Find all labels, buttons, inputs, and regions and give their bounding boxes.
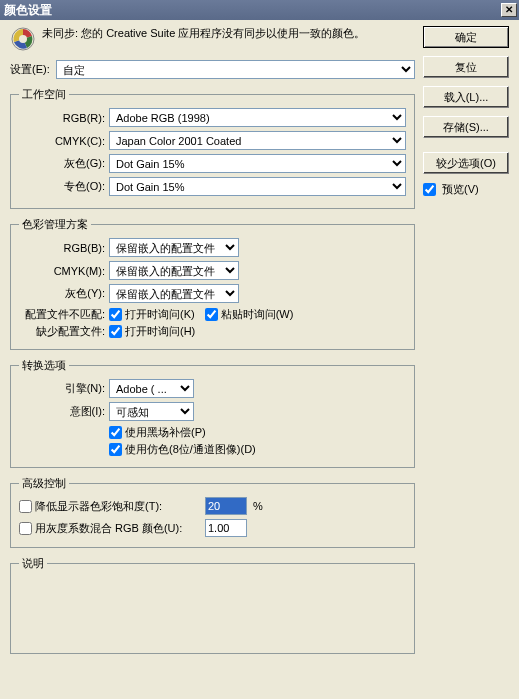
cmyk-label: CMYK(C): <box>19 135 109 147</box>
advanced-legend: 高级控制 <box>19 476 69 491</box>
ok-button[interactable]: 确定 <box>423 26 509 48</box>
policy-group: 色彩管理方案 RGB(B): 保留嵌入的配置文件 CMYK(M): 保留嵌入的配… <box>10 217 415 350</box>
policy-cmyk-label: CMYK(M): <box>19 265 109 277</box>
blend-checkbox[interactable] <box>19 522 32 535</box>
dither-checkbox[interactable] <box>109 443 122 456</box>
policy-rgb-select[interactable]: 保留嵌入的配置文件 <box>109 238 239 257</box>
engine-select[interactable]: Adobe ( ... <box>109 379 194 398</box>
conversion-group: 转换选项 引擎(N): Adobe ( ... 意图(I): 可感知 使用黑场补… <box>10 358 415 468</box>
conversion-legend: 转换选项 <box>19 358 69 373</box>
policy-gray-label: 灰色(Y): <box>19 286 109 301</box>
gray-label: 灰色(G): <box>19 156 109 171</box>
policy-gray-select[interactable]: 保留嵌入的配置文件 <box>109 284 239 303</box>
sync-warning-text: 未同步: 您的 Creative Suite 应用程序没有同步以使用一致的颜色。 <box>42 26 365 41</box>
svg-point-1 <box>19 35 27 43</box>
workspace-group: 工作空间 RGB(R): Adobe RGB (1998) CMYK(C): J… <box>10 87 415 209</box>
workspace-spot-select[interactable]: Dot Gain 15% <box>109 177 406 196</box>
workspace-legend: 工作空间 <box>19 87 69 102</box>
sync-warning: 未同步: 您的 Creative Suite 应用程序没有同步以使用一致的颜色。 <box>10 26 415 52</box>
workspace-gray-select[interactable]: Dot Gain 15% <box>109 154 406 173</box>
mismatch-open-checkbox[interactable] <box>109 308 122 321</box>
advanced-group: 高级控制 降低显示器色彩饱和度(T): % 用灰度系数混合 RGB 颜色(U): <box>10 476 415 548</box>
sync-warning-icon <box>10 26 36 52</box>
preview-checkbox[interactable] <box>423 183 436 196</box>
mismatch-open-label: 打开时询问(K) <box>125 307 195 322</box>
workspace-rgb-select[interactable]: Adobe RGB (1998) <box>109 108 406 127</box>
policy-legend: 色彩管理方案 <box>19 217 91 232</box>
missing-open-checkbox[interactable] <box>109 325 122 338</box>
blackpoint-label: 使用黑场补偿(P) <box>125 425 206 440</box>
intent-label: 意图(I): <box>19 404 109 419</box>
desat-checkbox[interactable] <box>19 500 32 513</box>
engine-label: 引擎(N): <box>19 381 109 396</box>
missing-open-label: 打开时询问(H) <box>125 324 195 339</box>
policy-rgb-label: RGB(B): <box>19 242 109 254</box>
policy-cmyk-select[interactable]: 保留嵌入的配置文件 <box>109 261 239 280</box>
workspace-cmyk-select[interactable]: Japan Color 2001 Coated <box>109 131 406 150</box>
titlebar: 颜色设置 ✕ <box>0 0 519 20</box>
mismatch-paste-checkbox[interactable] <box>205 308 218 321</box>
close-button[interactable]: ✕ <box>501 3 517 17</box>
spot-label: 专色(O): <box>19 179 109 194</box>
settings-select[interactable]: 自定 <box>56 60 415 79</box>
blackpoint-checkbox[interactable] <box>109 426 122 439</box>
settings-label: 设置(E): <box>10 62 50 77</box>
intent-select[interactable]: 可感知 <box>109 402 194 421</box>
mismatch-paste-label: 粘贴时询问(W) <box>221 307 294 322</box>
blend-input[interactable] <box>205 519 247 537</box>
fewer-options-button[interactable]: 较少选项(O) <box>423 152 509 174</box>
reset-button[interactable]: 复位 <box>423 56 509 78</box>
missing-label: 缺少配置文件: <box>19 324 109 339</box>
blend-label: 用灰度系数混合 RGB 颜色(U): <box>35 521 205 536</box>
save-button[interactable]: 存储(S)... <box>423 116 509 138</box>
description-group: 说明 <box>10 556 415 654</box>
desat-label: 降低显示器色彩饱和度(T): <box>35 499 205 514</box>
preview-label: 预览(V) <box>442 182 479 197</box>
mismatch-label: 配置文件不匹配: <box>19 307 109 322</box>
desat-unit: % <box>253 500 263 512</box>
desat-input[interactable] <box>205 497 247 515</box>
dither-label: 使用仿色(8位/通道图像)(D) <box>125 442 256 457</box>
window-title: 颜色设置 <box>4 2 501 19</box>
description-legend: 说明 <box>19 556 47 571</box>
rgb-label: RGB(R): <box>19 112 109 124</box>
load-button[interactable]: 载入(L)... <box>423 86 509 108</box>
